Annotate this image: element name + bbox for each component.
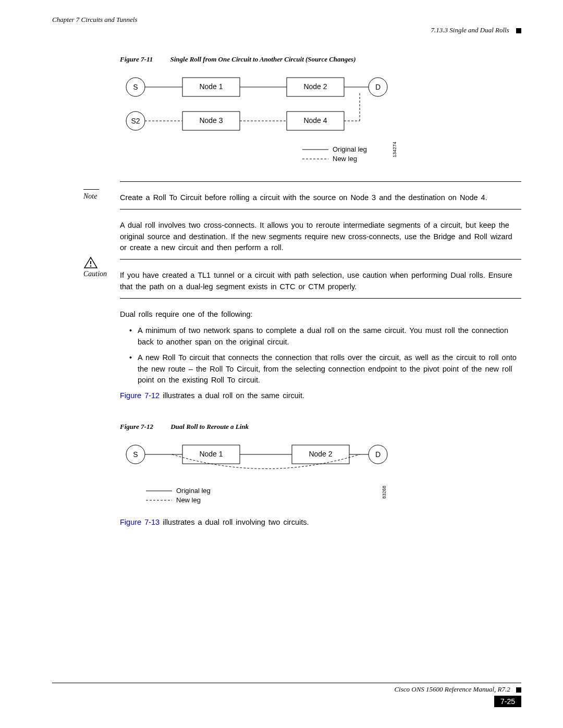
note-overline — [83, 189, 99, 190]
figure-711-title: Single Roll from One Circuit to Another … — [170, 55, 356, 63]
figure-712-caption: Figure 7-12 Dual Roll to Reroute a Link — [120, 423, 521, 431]
figure-711-number: Figure 7-11 — [120, 55, 153, 63]
figure-712-id: 83268 — [382, 486, 387, 499]
legend-orig-712: Original leg — [176, 487, 211, 495]
node-d-712: D — [375, 450, 381, 459]
caution-rule-top — [120, 259, 521, 260]
para-2: Dual rolls require one of the following: — [120, 309, 521, 320]
section-title: 7.13.3 Single and Dual Rolls — [431, 26, 509, 34]
bullet-2: A new Roll To circuit that connects the … — [129, 352, 521, 386]
caution-block: Caution If you have created a TL1 tunnel… — [52, 270, 521, 293]
node-s-712: S — [133, 450, 138, 459]
note-text: Create a Roll To Circuit before rolling … — [120, 192, 521, 204]
document-page: Chapter 7 Circuits and Tunnels 7.13.3 Si… — [0, 0, 563, 728]
para-block-3: Figure 7-13 illustrates a dual roll invo… — [52, 517, 521, 528]
figure-711-id: 134274 — [392, 142, 397, 157]
caution-icon — [83, 256, 98, 269]
caution-label: Caution — [83, 270, 107, 278]
node-2-712: Node 2 — [309, 450, 332, 458]
note-rule-bottom — [120, 209, 521, 209]
figure-711-diagram: S S2 D Node 1 Node 2 Node 3 Node 4 — [120, 71, 412, 178]
figure-712-link[interactable]: Figure 7-12 — [120, 391, 160, 400]
node-1-712: Node 1 — [199, 450, 223, 458]
ref-713: Figure 7-13 illustrates a dual roll invo… — [120, 517, 521, 528]
footer-manual-title: Cisco ONS 15600 Reference Manual, R7.2 — [52, 685, 521, 694]
bullet-list: A minimum of two network spans to comple… — [129, 325, 521, 386]
node-s-label: S — [133, 83, 138, 91]
page-number: 7-25 — [494, 696, 521, 707]
figure-713-link[interactable]: Figure 7-13 — [120, 518, 160, 526]
node-3-label: Node 3 — [199, 116, 223, 125]
figure-712-diagram: S D Node 1 Node 2 Original leg New leg 8… — [120, 439, 412, 507]
main-content: Figure 7-11 Single Roll from One Circuit… — [52, 55, 521, 528]
para-block-2: Dual rolls require one of the following:… — [52, 309, 521, 402]
note-block: Note Create a Roll To Circuit before rol… — [52, 192, 521, 204]
caution-text: If you have created a TL1 tunnel or a ci… — [120, 270, 521, 293]
legend-orig-711: Original leg — [333, 145, 367, 153]
page-footer: Cisco ONS 15600 Reference Manual, R7.2 7… — [52, 683, 521, 707]
note-label: Note — [83, 192, 97, 201]
footer-marker-icon — [516, 687, 521, 693]
header-marker-icon — [516, 28, 521, 33]
legend-new-712: New leg — [176, 496, 201, 504]
bullet-1: A minimum of two network spans to comple… — [129, 325, 521, 348]
footer-rule — [52, 683, 521, 683]
figure-712-number: Figure 7-12 — [120, 423, 153, 430]
node-2-label: Node 2 — [303, 82, 327, 91]
node-d-label: D — [375, 83, 381, 91]
note-rule-top — [120, 181, 521, 182]
figure-711-caption: Figure 7-11 Single Roll from One Circuit… — [120, 55, 521, 64]
ref-712: Figure 7-12 illustrates a dual roll on t… — [120, 390, 521, 402]
running-header-left: Chapter 7 Circuits and Tunnels — [52, 16, 521, 24]
running-header-right: 7.13.3 Single and Dual Rolls — [52, 26, 521, 34]
caution-rule-bottom — [120, 298, 521, 299]
svg-point-18 — [90, 265, 92, 267]
node-4-label: Node 4 — [303, 116, 327, 125]
legend-new-711: New leg — [333, 155, 357, 163]
node-s2-label: S2 — [131, 117, 140, 125]
para-block-1: A dual roll involves two cross-connects.… — [52, 220, 521, 254]
figure-712-title: Dual Roll to Reroute a Link — [170, 423, 249, 430]
node-1-label: Node 1 — [199, 82, 223, 91]
para-1: A dual roll involves two cross-connects.… — [120, 220, 521, 254]
